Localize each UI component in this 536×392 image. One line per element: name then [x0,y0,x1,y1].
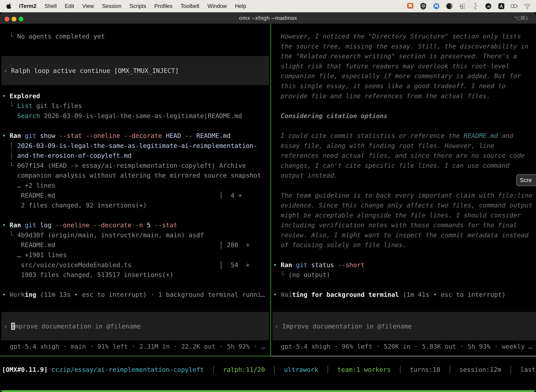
battery-charging-icon[interactable] [510,2,518,10]
left-pane-line-26: • Working (11m 13s • esc to interrupt) ·… [2,290,270,300]
left-pane-line-6: • Explored [2,91,270,101]
menu-item-window[interactable]: Window [207,3,227,9]
menu-item-edit[interactable]: Edit [65,3,74,9]
left-pane-line-9 [2,121,270,131]
right-pane-line-20: review. Also, I might want to inspect th… [273,230,536,240]
omx-status-segment-8: │ [391,366,410,373]
squiggle-icon[interactable] [471,2,479,10]
menu-item-session[interactable]: Session [102,3,121,9]
window-shortcut-badge: ⌥⌘1 [514,12,528,24]
omx-status-segment-7: team:1 workers [337,366,391,373]
right-pane-line-14: output instead. [273,171,536,181]
right-pane-line-18: might be acceptable alongside the file l… [273,210,536,220]
menu-item-profiles[interactable]: Profiles [154,3,172,9]
svg-text:..61: ..61 [486,5,490,8]
menu-item-iterm2[interactable]: iTerm2 [19,3,36,9]
tmux-inactive-pane-bottom-border [271,356,536,356]
right-pane-input-line[interactable]: › Improve documentation in @filename [274,312,412,340]
chevron-prompt-icon: › [274,323,282,330]
left-pane-line-17: 2 files changed, 92 insertions(+) [2,201,270,210]
right-pane-status-line: gpt-5.4 xhigh · 96% left · 520K in · 5.8… [281,342,532,351]
left-pane-line-15: … +2 lines [2,181,270,191]
right-pane-input[interactable]: › Improve documentation in @filename [273,312,536,340]
menu-item-shell[interactable]: Shell [44,3,57,9]
right-pane-line-4: companion file, especially if more comme… [273,71,536,81]
shield-grid-icon[interactable] [419,2,427,10]
left-pane-line-18 [2,210,270,220]
omx-status-segment-10: │ [440,366,459,373]
ralph-inject-banner: › Ralph loop active continue [OMX_TMUX_I… [1,56,269,85]
right-pane-line-19: including verification notes with those … [273,220,536,230]
chevron-prompt-icon: › [4,323,11,330]
chevron-prompt-icon: › [4,67,7,74]
left-pane-line-22: … +1901 lines [2,250,270,260]
menu-items: iTerm2ShellEditViewSessionScriptsProfile… [19,3,246,9]
left-pane-line-24: 1903 files changed, 513517 insertions(+) [2,270,270,280]
right-pane-line-23: • Ran git status --short [273,260,536,270]
percent-61-badge[interactable]: ..61 [484,2,492,10]
left-pane-input[interactable]: › Improve documentation in @filename [1,312,269,340]
menu-item-toolbelt[interactable]: Toolbelt [181,3,199,9]
right-pane-line-22 [273,250,536,260]
chat-app-icon[interactable] [406,2,414,10]
right-pane-line-5: this single essay, it seems like a good … [273,81,536,91]
left-pane-input-line[interactable]: › Improve documentation in @filename [4,312,141,340]
tmux-pane-divider[interactable] [270,24,271,356]
screen-overlay-chip[interactable]: Scre [516,174,536,186]
right-pane-line-8: Considering citation options [273,111,536,121]
right-pane-line-26: • Waiting for background terminal (1m 41… [273,290,536,300]
window-title: omx --xhigh --madmax [0,12,536,24]
left-pane-line-8: Search 2026-03-09-is-legal-the-same-as-l… [2,111,270,121]
menu-item-scripts[interactable]: Scripts [129,3,146,9]
left-pane-line-1 [2,42,270,51]
blue-badge-icon[interactable] [432,2,440,10]
right-pane-line-21: of focusing solely on file lines. [273,240,536,250]
omx-status-segment-1: cczip/essay/ai-reimplementation-copyleft [48,366,204,373]
left-pane-line-14: companion analysis without altering the … [2,171,270,181]
right-pane-line-1: the source tree, missing the essay. Stil… [273,42,536,51]
left-pane-line-7: └ List git ls-files [2,101,270,111]
right-pane-line-0: However, I noticed the "Directory Struct… [273,31,536,42]
left-pane-line-21: README.md │ 280 + [2,240,270,250]
left-pane-line-19: • Ran git log --oneline --decorate -n 5 … [2,220,270,230]
left-pane-line-16: README.md │ 4 + [2,191,270,201]
omx-status-segment-4: │ [265,366,284,373]
right-pane-line-10: I could cite commit statistics or refere… [273,131,536,141]
tmux-active-pane-bottom-border [0,356,271,356]
terminal-area[interactable]: └ No agents completed yet • Explored └ L… [0,24,536,392]
right-pane-line-17: evidence. Since this change only affects… [273,201,536,210]
menu-item-view[interactable]: View [82,3,94,9]
right-pane-line-12: references need actual files, and since … [273,151,536,161]
ralph-inject-text: › Ralph loop active continue [OMX_TMUX_I… [4,56,179,85]
menu-item-help[interactable]: Help [235,3,246,9]
omx-status-segment-11: session:12m [459,366,501,373]
right-pane-line-15 [273,181,536,191]
left-pane-status-line: gpt-5.4 xhigh · main · 91% left · 2.31M … [10,342,265,351]
text-cursor: I [11,323,15,330]
dots-grid-icon[interactable] [458,2,466,10]
omx-status-segment-6: │ [318,366,337,373]
omx-status-line: [OMX#0.11.9] cczip/essay/ai-reimplementa… [2,365,536,375]
apple-menu-icon[interactable] [6,3,12,9]
right-pane-transcript: However, I noticed the "Directory Struct… [273,31,536,300]
wifi-icon[interactable] [523,2,531,10]
letter-a-icon[interactable]: A [497,2,505,10]
omx-status-segment-2: │ [204,366,223,373]
left-pane-line-23: src/voice/voiceModeEnabled.ts │ 54 + [2,260,270,270]
left-pane-line-12: │ and-the-erosion-of-copyleft.md [2,151,270,161]
right-pane-line-2: the "Related research writing" section i… [273,51,536,61]
left-pane-line-13: └ 067f154 (HEAD -> essay/ai-reimplementa… [2,161,270,171]
omx-status-segment-13: last:5m ago [520,366,536,373]
right-pane-line-25 [273,280,536,290]
left-pane-line-25 [2,280,270,290]
omx-status-segment-9: turns:10 [410,366,440,373]
omx-status-segment-3: ralph:11/20 [223,366,265,373]
crescent-circle-icon[interactable] [445,2,453,10]
left-pane-line-20: └ 4b9d30f (origin/main, instructkr/main,… [2,230,270,240]
window-title-bar[interactable]: omx --xhigh --madmax ⌥⌘1 [0,12,536,24]
left-pane-line-10: • Ran git show --stat --oneline --decora… [2,131,270,141]
right-pane-line-3: slight risk that future readers may over… [273,61,536,71]
screen-overlay-chip-label: Scre [520,177,532,183]
right-pane-line-6: provide file and line references from th… [273,91,536,101]
iterm2-window: omx --xhigh --madmax ⌥⌘1 └ No agents com… [0,12,536,392]
